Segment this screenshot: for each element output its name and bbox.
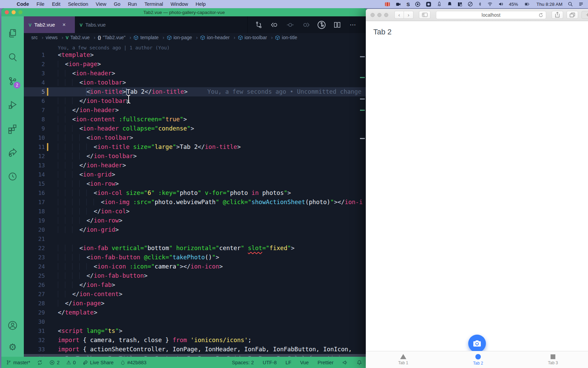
code-line-26[interactable]: 26 </ion-fab> [24,280,367,290]
status-language-mode[interactable]: Vue [300,360,309,365]
code-editor[interactable]: 1<template>2 <ion-page>3 <ion-header>4 <… [24,50,367,357]
vscode-titlebar[interactable]: Tab2.vue — photo-gallery-capacitor-vue [1,8,367,16]
share-button[interactable] [552,11,563,19]
breadcrumb[interactable]: src›views›VTab2.vue›{}"Tab2.vue"›templat… [24,33,367,42]
screen-menu-icon[interactable] [426,1,431,7]
code-line-11[interactable]: 11 <ion-title size="large">Tab 2</ion-ti… [24,142,367,152]
status-notifications[interactable] [357,360,362,365]
menu-item-run[interactable]: Run [128,1,137,7]
code-line-2[interactable]: 2 <ion-page> [24,60,367,69]
breadcrumb-item[interactable]: src› [31,35,46,40]
menu-clock[interactable]: Thu 8:28 AM [536,2,562,7]
activity-live-share[interactable] [6,146,19,159]
status-feedback[interactable] [342,360,348,365]
status-indentation[interactable]: Spaces: 2 [232,360,254,365]
status-encoding[interactable]: UTF-8 [263,360,277,365]
new-tab-button[interactable]: + [582,11,588,19]
menu-item-edit[interactable]: Edit [52,1,61,7]
breadcrumb-item[interactable]: views› [46,35,66,40]
sidebar-toggle-button[interactable] [419,11,430,19]
breadcrumb-item[interactable]: ion-page› [167,35,200,40]
code-line-23[interactable]: 23 <ion-fab-button @click="takePhoto()"> [24,253,367,262]
reload-icon[interactable] [538,13,543,18]
code-line-28[interactable]: 28 </ion-page> [24,299,367,308]
activity-explorer[interactable] [6,27,19,40]
status-formatter[interactable]: Prettier [317,360,333,365]
menu-item-selection[interactable]: Selection [68,1,88,7]
code-line-17[interactable]: 17 <ion-img :src="photo.webviewPath" @cl… [24,198,367,207]
open-changes-icon[interactable] [255,21,263,29]
code-line-4[interactable]: 4 <ion-toolbar> [24,78,367,87]
code-line-1[interactable]: 1<template> [24,50,367,60]
code-line-33[interactable]: 33import { actionSheetController, IonPag… [24,345,367,354]
activity-extensions[interactable] [6,122,19,136]
safari-minimize-button[interactable] [377,13,381,17]
code-line-5[interactable]: 5 <ion-title>Tab 2</ion-title>You, a few… [24,87,367,96]
code-line-16[interactable]: 16 <ion-col size="6" :key="photo" v-for=… [24,188,367,198]
bluetooth-menu-icon[interactable] [478,1,482,7]
code-line-14[interactable]: 14 <ion-grid> [24,170,367,179]
code-line-10[interactable]: 10 <ion-toolbar> [24,133,367,142]
code-line-7[interactable]: 7 </ion-header> [24,106,367,115]
status-color-hex[interactable]: #42b883 [120,360,146,365]
record-menu-icon[interactable] [415,1,421,7]
menu-item-window[interactable]: Window [170,1,188,7]
volume-menu-icon[interactable] [498,2,504,6]
code-line-9[interactable]: 9 <ion-header collapse="condense"> [24,124,367,133]
more-actions-icon[interactable]: ⋯ [348,21,357,28]
rocket-menu-icon[interactable] [437,1,442,7]
breadcrumb-item[interactable]: template› [133,35,166,40]
close-window-button[interactable] [5,10,9,14]
address-bar[interactable]: localhost [436,11,546,19]
file-history-icon[interactable] [317,20,326,29]
code-line-32[interactable]: 32import { camera, trash, close } from '… [24,336,367,345]
dnd-menu-icon[interactable] [468,1,473,7]
menu-item-view[interactable]: View [96,1,106,7]
code-line-6[interactable]: 6 </ion-toolbar> [24,96,367,106]
camera-fab-button[interactable] [468,335,486,351]
code-line-24[interactable]: 24 <ion-icon :icon="camera"></ion-icon> [24,262,367,271]
ionic-tab-tab3[interactable]: Tab 3 [516,351,588,368]
forward-button[interactable]: › [404,11,413,19]
breadcrumb-item[interactable]: ion-toolbar› [238,35,275,40]
magnet-menu-icon[interactable] [457,2,462,7]
code-line-30[interactable]: 30 [24,317,367,326]
ionic-tab-tab2[interactable]: Tab 2 [441,351,516,368]
safari-zoom-button[interactable] [384,13,388,17]
code-line-29[interactable]: 29</template> [24,308,367,317]
minimize-window-button[interactable] [12,10,16,14]
status-errors[interactable]: 2 [49,360,60,365]
bell-menu-icon[interactable] [447,1,452,7]
menu-item-file[interactable]: File [36,1,44,7]
breadcrumb-item[interactable]: ion-title [275,35,297,40]
code-line-13[interactable]: 13 </ion-header> [24,161,367,170]
shush-menu-icon[interactable]: S [406,1,410,7]
safari-close-button[interactable] [371,13,375,17]
activity-search[interactable] [6,50,19,64]
code-line-25[interactable]: 25 </ion-fab-button> [24,271,367,280]
activity-settings[interactable]: ⚙ [6,340,19,354]
code-line-20[interactable]: 20 </ion-grid> [24,225,367,234]
activity-timeline[interactable] [6,170,19,183]
split-editor-icon[interactable] [333,21,342,29]
activity-source-control[interactable]: 2 [6,74,19,88]
code-line-22[interactable]: 22 <ion-fab vertical="bottom" horizontal… [24,244,367,253]
menu-item-code[interactable]: Code [17,1,29,7]
breadcrumb-item[interactable]: VTab2.vue› [66,35,98,40]
control-center-icon[interactable] [578,2,584,6]
code-line-18[interactable]: 18 </ion-col> [24,207,367,216]
status-live-share[interactable]: Live Share [83,360,114,365]
activity-accounts[interactable] [6,319,19,332]
navigate-back-icon[interactable] [270,21,279,29]
menu-item-terminal[interactable]: Terminal [144,1,163,7]
status-warnings[interactable]: ⚠0 [66,359,76,366]
ionic-tab-tab1[interactable]: Tab 1 [366,351,441,368]
status-eol[interactable]: LF [285,360,291,365]
close-tab-icon[interactable]: × [63,22,66,28]
editor-tab-tab2.vue[interactable]: VTab2.vue× [24,16,75,33]
wifi-menu-icon[interactable] [487,2,493,6]
status-git-branch[interactable]: master* [6,360,30,365]
code-line-15[interactable]: 15 <ion-row> [24,179,367,188]
code-line-31[interactable]: 31<script lang="ts"> [24,326,367,336]
navigate-position-icon[interactable] [286,21,295,29]
